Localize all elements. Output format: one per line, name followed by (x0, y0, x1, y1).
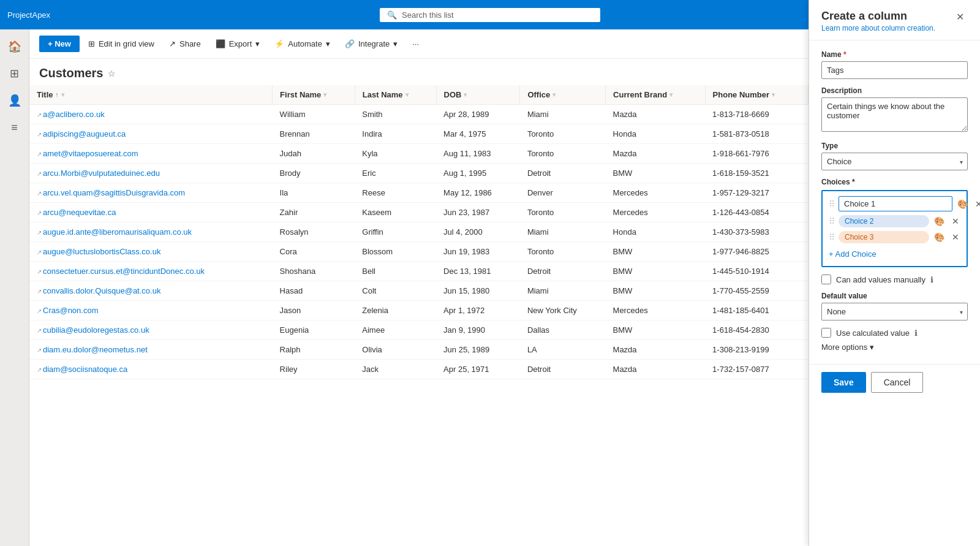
cell-first-name: Ralph (273, 340, 355, 360)
panel-header: Create a column Learn more about column … (809, 0, 980, 40)
cell-brand: Mazda (606, 340, 706, 360)
add-choice-button[interactable]: + Add Choice (827, 247, 878, 261)
more-toolbar-button[interactable]: ··· (406, 36, 425, 52)
cell-title[interactable]: ↗arcu.vel.quam@sagittisDuisgravida.com (29, 183, 273, 203)
share-button[interactable]: ↗ Share (163, 36, 207, 52)
cell-office: Detroit (520, 360, 606, 379)
cell-title[interactable]: ↗diam.eu.dolor@neometus.net (29, 340, 273, 360)
table-container: Title ↑ ▾ First Name ▾ Last Name (29, 85, 809, 540)
cell-office: Miami (520, 281, 606, 301)
cell-title[interactable]: ↗augue@luctuslobortisClass.co.uk (29, 242, 273, 262)
panel-learn-link[interactable]: Learn more about column creation. (821, 24, 935, 32)
save-button[interactable]: Save (821, 372, 866, 393)
export-button[interactable]: ⬛ Export ▾ (209, 36, 266, 52)
nav-list-icon[interactable]: ≡ (2, 115, 27, 140)
can-add-manually-checkbox[interactable] (821, 275, 831, 284)
cell-phone: 1-618-159-3521 (705, 164, 808, 183)
search-icon: 🔍 (387, 10, 397, 20)
cell-title[interactable]: ↗adipiscing@augueut.ca (29, 124, 273, 144)
cell-title[interactable]: ↗consectetuer.cursus.et@tinciduntDonec.c… (29, 262, 273, 281)
choice1-color-button[interactable]: 🎨 (955, 198, 970, 210)
cell-dob: Jun 19, 1983 (436, 242, 520, 262)
choice-row-2: ⠿ Choice 2 🎨 ✕ (827, 215, 962, 227)
table-row: ↗adipiscing@augueut.ca Brennan Indira Ma… (29, 124, 809, 144)
search-box[interactable]: 🔍 Search this list (380, 8, 600, 22)
col-phone[interactable]: Phone Number ▾ (705, 85, 808, 105)
name-input[interactable] (821, 61, 968, 79)
choice3-delete-button[interactable]: ✕ (949, 231, 962, 243)
choice1-drag-icon[interactable]: ⠿ (827, 198, 836, 210)
list-header: Customers ☆ (29, 59, 809, 85)
use-calculated-row: Use calculated value ℹ (821, 328, 968, 338)
cell-phone: 1-581-873-0518 (705, 124, 808, 144)
cell-title[interactable]: ↗convallis.dolor.Quisque@at.co.uk (29, 281, 273, 301)
cell-title[interactable]: ↗arcu@nequevitae.ca (29, 203, 273, 222)
automate-button[interactable]: ⚡ Automate ▾ (268, 36, 336, 52)
col-brand[interactable]: Current Brand ▾ (606, 85, 706, 105)
cell-title[interactable]: ↗a@aclibero.co.uk (29, 105, 273, 124)
cell-phone: 1-957-129-3217 (705, 183, 808, 203)
cell-brand: Mercedes (606, 203, 706, 222)
cell-title[interactable]: ↗augue.id.ante@liberomaurisaliquam.co.uk (29, 222, 273, 242)
col-dob[interactable]: DOB ▾ (436, 85, 520, 105)
can-add-manually-info-icon[interactable]: ℹ (930, 275, 933, 284)
nav-home-icon[interactable]: 🏠 (2, 34, 27, 59)
panel-footer: Save Cancel (809, 364, 980, 400)
more-options-chevron-icon: ▾ (870, 343, 874, 352)
cell-title[interactable]: ↗amet@vitaeposuereat.com (29, 144, 273, 164)
use-calculated-info-icon[interactable]: ℹ (914, 328, 918, 338)
choice2-color-button[interactable]: 🎨 (932, 215, 947, 227)
edit-grid-button[interactable]: ⊞ Edit in grid view (82, 36, 160, 52)
filter-phone-icon: ▾ (772, 91, 775, 98)
table-row: ↗Cras@non.com Jason Zelenia Apr 1, 1972 … (29, 301, 809, 320)
cell-title[interactable]: ↗diam@sociisnatoque.ca (29, 360, 273, 379)
filter-title-icon: ▾ (61, 91, 64, 98)
table-row: ↗arcu.vel.quam@sagittisDuisgravida.com I… (29, 183, 809, 203)
table-row: ↗a@aclibero.co.uk William Smith Apr 28, … (29, 105, 809, 124)
choice1-delete-button[interactable]: ✕ (973, 198, 980, 210)
more-options-button[interactable]: More options ▾ (821, 340, 874, 354)
description-field-label: Description (821, 86, 968, 95)
choice2-delete-button[interactable]: ✕ (949, 215, 962, 227)
choice2-drag-icon[interactable]: ⠿ (827, 215, 836, 227)
col-office[interactable]: Office ▾ (520, 85, 606, 105)
nav-grid-icon[interactable]: ⊞ (2, 61, 27, 86)
cell-last-name: Aimee (355, 320, 436, 340)
table-row: ↗arcu.Morbi@vulputateduinec.edu Brody Er… (29, 164, 809, 183)
cell-title[interactable]: ↗Cras@non.com (29, 301, 273, 320)
col-first-name[interactable]: First Name ▾ (273, 85, 355, 105)
type-select[interactable]: Choice Text Number Date Yes/No Person Hy… (821, 153, 968, 170)
automate-icon: ⚡ (274, 39, 284, 48)
nav-people-icon[interactable]: 👤 (2, 88, 27, 113)
cell-title[interactable]: ↗arcu.Morbi@vulputateduinec.edu (29, 164, 273, 183)
choice3-tag: Choice 3 (839, 231, 929, 243)
cell-dob: Jun 25, 1989 (436, 340, 520, 360)
description-textarea[interactable]: Certain things we know about the custome… (821, 97, 968, 132)
create-column-panel: Create a column Learn more about column … (809, 0, 980, 546)
choice1-input[interactable] (839, 196, 952, 211)
col-title[interactable]: Title ↑ ▾ (29, 85, 273, 105)
cell-brand: Honda (606, 222, 706, 242)
cell-phone: 1-918-661-7976 (705, 144, 808, 164)
favorite-icon[interactable]: ☆ (108, 69, 116, 78)
cancel-button[interactable]: Cancel (871, 372, 924, 393)
cell-last-name: Zelenia (355, 301, 436, 320)
new-button[interactable]: + New (39, 36, 80, 52)
cell-last-name: Bell (355, 262, 436, 281)
integrate-button[interactable]: 🔗 Integrate ▾ (339, 36, 404, 52)
cell-last-name: Smith (355, 105, 436, 124)
panel-close-button[interactable]: ✕ (952, 10, 968, 24)
default-value-select[interactable]: None Choice 1 Choice 2 Choice 3 (821, 303, 968, 320)
cell-title[interactable]: ↗cubilia@eudoloregestas.co.uk (29, 320, 273, 340)
cell-dob: Jan 9, 1990 (436, 320, 520, 340)
choice3-drag-icon[interactable]: ⠿ (827, 231, 836, 243)
cell-brand: BMW (606, 262, 706, 281)
cell-first-name: Judah (273, 144, 355, 164)
cell-phone: 1-430-373-5983 (705, 222, 808, 242)
choice3-color-button[interactable]: 🎨 (932, 231, 947, 243)
use-calculated-checkbox[interactable] (821, 328, 831, 338)
can-add-manually-row: Can add values manually ℹ (821, 275, 968, 284)
customers-table: Title ↑ ▾ First Name ▾ Last Name (29, 85, 809, 379)
cell-office: Dallas (520, 320, 606, 340)
col-last-name[interactable]: Last Name ▾ (355, 85, 436, 105)
